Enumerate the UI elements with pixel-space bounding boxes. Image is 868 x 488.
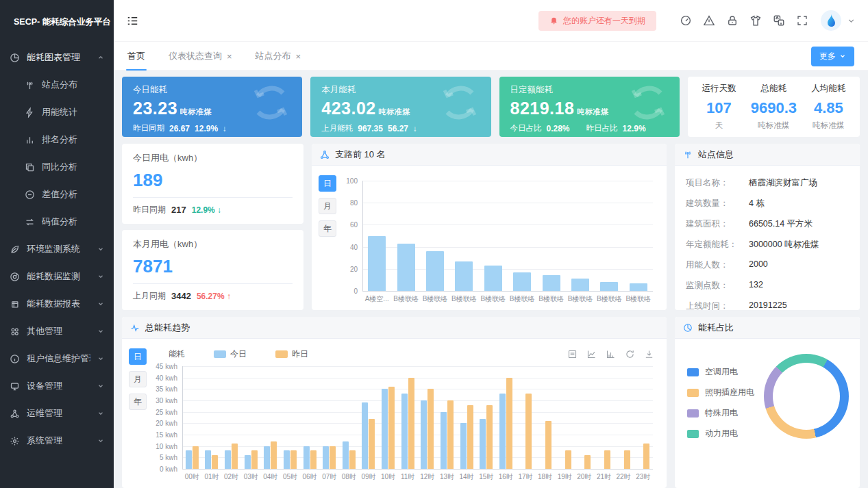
chevron-down-icon	[97, 273, 104, 280]
bar	[245, 455, 251, 469]
legend-today[interactable]: 今日	[214, 348, 247, 360]
close-tab-icon[interactable]: ×	[227, 51, 232, 62]
avatar-flame-icon	[826, 14, 836, 27]
bar	[455, 261, 473, 291]
station-info-list: 项目名称：栖霞湖滨财富广场 建筑数量：4 栋 建筑面积：66505.14 平方米…	[675, 166, 860, 339]
card-compare: 昨日同期26.6712.9%↓	[133, 123, 291, 133]
y-axis-label: 40	[340, 244, 358, 251]
swap-icon	[25, 217, 35, 227]
sidebar-item-energy-data-monitoring[interactable]: 能耗数据监测	[0, 263, 114, 290]
bar	[643, 444, 649, 469]
line-chart-icon[interactable]	[586, 349, 597, 359]
y-axis-label: 20	[340, 266, 358, 273]
tab-meter-status[interactable]: 仪表状态查询×	[169, 42, 232, 70]
data-view-icon[interactable]	[567, 349, 578, 359]
period-day-button[interactable]: 日	[129, 348, 147, 365]
summary-total-energy: 总能耗9690.3吨标准煤	[751, 83, 797, 131]
y-axis-label: 40 kwh	[151, 374, 177, 382]
y-axis-label: 20 kwh	[151, 420, 177, 427]
sidebar-item-energy-stats[interactable]: 用能统计	[0, 99, 114, 126]
sidebar-item-tenant-info-management[interactable]: 租户信息维护管理	[0, 345, 114, 372]
close-tab-icon[interactable]: ×	[296, 51, 301, 62]
legend-special[interactable]: 特殊用电	[687, 407, 754, 419]
refresh-icon[interactable]	[625, 349, 635, 359]
card-title: 今日能耗	[133, 84, 291, 96]
sidebar-item-environment-monitoring[interactable]: 环境监测系统	[0, 235, 114, 263]
user-menu-chevron-icon[interactable]	[847, 16, 856, 25]
warning-icon[interactable]	[703, 14, 715, 27]
down-arrow: ↓	[413, 125, 417, 133]
card-title: 日定额能耗	[510, 84, 669, 96]
collapse-menu-icon[interactable]	[126, 14, 139, 27]
period-day-button[interactable]: 日	[319, 175, 336, 192]
gridline	[182, 435, 653, 435]
panel-compare: 昨日同期217 12.9% ↓	[133, 197, 293, 216]
bar	[484, 266, 502, 291]
card-month-energy: 本月能耗 423.02吨标准煤 上月能耗967.3556.27↓	[310, 77, 491, 137]
trend-period-toggle: 日 月 年	[129, 346, 151, 481]
bar	[447, 400, 454, 469]
sidebar-item-system-management[interactable]: 系统管理	[0, 427, 114, 454]
period-year-button[interactable]: 年	[129, 394, 147, 410]
dashboard-icon[interactable]	[680, 14, 692, 27]
sidebar-item-energy-report[interactable]: 能耗数据报表	[0, 290, 114, 318]
legend-lighting[interactable]: 照明插座用电	[687, 387, 754, 398]
bar	[600, 282, 618, 291]
y-axis-name: 能耗	[169, 348, 185, 360]
card-today-energy: 今日能耗 23.23吨标准煤 昨日同期26.6712.9%↓	[122, 77, 302, 137]
branch-top10-chart: 020406080100A楼空...B楼联络B楼联络B楼联络B楼联络B楼联络B楼…	[340, 172, 660, 303]
station-row: 建筑数量：4 栋	[675, 193, 860, 214]
period-month-button[interactable]: 月	[129, 371, 147, 387]
total-energy-trend-chart: 0 kwh5 kwh10 kwh15 kwh20 kwh25 kwh30 kwh…	[151, 362, 660, 481]
lock-icon[interactable]	[726, 14, 739, 27]
panel-today-electricity: 今日用电（kwh） 189 昨日同期217 12.9% ↓	[122, 144, 303, 224]
nodes-icon	[10, 409, 20, 419]
period-month-button[interactable]: 月	[319, 198, 336, 214]
sidebar-item-device-management[interactable]: 设备管理	[0, 372, 114, 400]
theme-shirt-icon[interactable]	[749, 14, 762, 27]
legend-power[interactable]: 动力用电	[687, 428, 754, 439]
sidebar-item-other-management[interactable]: 其他管理	[0, 318, 114, 345]
sidebar-item-chart-management[interactable]: 能耗图表管理	[0, 44, 114, 71]
bar	[480, 419, 486, 469]
account-expiry-notice[interactable]: 您的账户还有一天到期	[538, 11, 656, 31]
fullscreen-icon[interactable]	[796, 14, 808, 27]
report-icon	[10, 299, 20, 309]
gridline	[362, 224, 653, 225]
bar-chart-icon[interactable]	[606, 349, 616, 359]
bar	[506, 378, 512, 469]
bar	[369, 419, 375, 469]
tab-home[interactable]: 首页	[127, 42, 145, 70]
bar	[303, 446, 310, 469]
legend-hvac[interactable]: 空调用电	[687, 366, 754, 378]
bar	[513, 272, 531, 291]
x-axis-label: 23时	[630, 472, 656, 482]
period-year-button[interactable]: 年	[319, 220, 336, 237]
more-tabs-button[interactable]: 更多	[811, 47, 854, 66]
sidebar-item-ranking-analysis[interactable]: 排名分析	[0, 126, 114, 153]
avatar[interactable]	[821, 10, 841, 31]
legend-yesterday[interactable]: 昨日	[275, 348, 308, 360]
bar	[401, 394, 408, 469]
sidebar-item-ops-management[interactable]: 运维管理	[0, 400, 114, 427]
gridline	[182, 412, 653, 413]
y-axis-line	[362, 181, 363, 291]
sidebar-item-difference-analysis[interactable]: 差值分析	[0, 181, 114, 208]
tab-station-distribution[interactable]: 站点分布×	[256, 42, 301, 70]
branch-period-toggle: 日 月 年	[319, 172, 340, 303]
bar	[630, 283, 647, 291]
bar	[397, 244, 415, 291]
sidebar-item-yoy-analysis[interactable]: 同比分析	[0, 153, 114, 181]
sidebar-item-code-value-analysis[interactable]: 码值分析	[0, 208, 114, 235]
card-title: 本月能耗	[321, 84, 480, 96]
sidebar-item-station-distribution[interactable]: 站点分布	[0, 71, 114, 99]
bar	[525, 394, 532, 469]
bar	[284, 450, 290, 469]
download-icon[interactable]	[644, 349, 654, 359]
app-logo: SECP- 能耗综合业务平台	[0, 0, 114, 44]
x-axis-line	[182, 469, 653, 470]
chevron-up-icon	[97, 54, 104, 61]
x-axis-label: B楼联络	[621, 294, 656, 304]
translate-icon[interactable]	[773, 14, 785, 27]
share-nodes-icon	[320, 150, 330, 159]
